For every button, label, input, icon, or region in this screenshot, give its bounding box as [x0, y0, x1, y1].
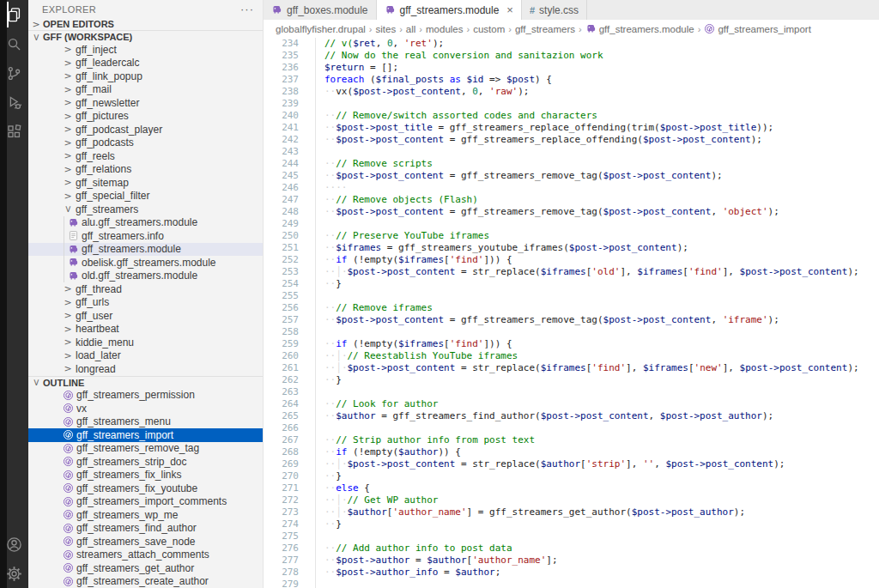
code-line[interactable]: 269··│·$post->post_content = str_replace… — [264, 458, 879, 470]
tree-item-heartbeat[interactable]: >heartbeat — [28, 323, 263, 336]
code-line[interactable]: 275 — [264, 530, 879, 543]
line-number[interactable]: 256 — [264, 302, 299, 314]
code-line[interactable]: 265··$author = gff_streamers_find_author… — [264, 410, 879, 422]
tree-item-gff_user[interactable]: >gff_user — [28, 309, 263, 323]
breadcrumb-item-globalflyfisher.drupal[interactable]: globalflyfisher.drupal — [276, 24, 366, 34]
line-number[interactable]: 237 — [264, 74, 299, 86]
outline-item-gff_streamers_get_author[interactable]: gff_streamers_get_author — [28, 561, 263, 575]
tree-item-gff_newsletter[interactable]: >gff_newsletter — [28, 96, 263, 110]
line-number[interactable]: 252 — [264, 254, 299, 266]
code-line[interactable]: 259··if (!empty($iframes['find'])) { — [264, 338, 879, 350]
code-line[interactable]: 263 — [264, 386, 879, 398]
code-line[interactable]: 272··│·// Get WP author — [264, 494, 879, 506]
code-line[interactable]: 240··// Remove/switch assorted codes and… — [264, 110, 879, 122]
line-number[interactable]: 267 — [264, 434, 299, 446]
more-actions-icon[interactable]: ··· — [240, 3, 254, 15]
tree-item-gff_relations[interactable]: >gff_relations — [28, 163, 263, 177]
outline-item-gff_streamers_create_author[interactable]: gff_streamers_create_author — [28, 575, 263, 588]
line-number[interactable]: 262 — [264, 374, 299, 386]
line-number[interactable]: 249 — [264, 218, 299, 230]
code-line[interactable]: 237foreach ($final_posts as $id => $post… — [264, 74, 879, 86]
line-number[interactable]: 257 — [264, 314, 299, 326]
code-line[interactable]: 277··$post->author = $author['author_nam… — [264, 555, 879, 567]
tree-item-gff_special_filter[interactable]: >gff_special_filter — [28, 190, 263, 203]
line-number[interactable]: 270 — [264, 470, 299, 482]
code-line[interactable]: 245··$post->post_content = gff_streamers… — [264, 170, 879, 182]
line-number[interactable]: 253 — [264, 266, 299, 278]
breadcrumb-item-sites[interactable]: sites — [376, 24, 397, 34]
outline-item-gff_streamers_import[interactable]: gff_streamers_import — [28, 428, 263, 442]
code-line[interactable]: 260··│·// Reestablish YouTube iframes — [264, 350, 879, 362]
line-number[interactable]: 273 — [264, 506, 299, 518]
section-open-editors[interactable]: > OPEN EDITORS — [28, 19, 263, 31]
code-line[interactable]: 251··$iframes = gff_streamers_youtube_if… — [264, 242, 879, 254]
section-workspace[interactable]: > GFF (WORKSPACE) — [28, 30, 263, 43]
code-line[interactable]: 271··else { — [264, 482, 879, 494]
activity-extensions-icon[interactable] — [0, 117, 28, 146]
code-line[interactable]: 258 — [264, 326, 879, 338]
line-number[interactable]: 261 — [264, 362, 299, 374]
code-line[interactable]: 262··} — [264, 374, 879, 386]
line-number[interactable]: 243 — [264, 146, 299, 158]
line-number[interactable]: 259 — [264, 338, 299, 350]
activity-account-icon[interactable] — [0, 530, 28, 559]
code-line[interactable]: 249 — [264, 218, 879, 230]
activity-search-icon[interactable] — [0, 29, 28, 58]
line-number[interactable]: 234 — [264, 38, 299, 50]
code-line[interactable]: 261··│·$post->post_content = str_replace… — [264, 362, 879, 374]
code-line[interactable]: 276··// Add author info to post data — [264, 543, 879, 555]
code-editor[interactable]: 234// v($ret, 0, 'ret');235// Now do the… — [264, 38, 879, 588]
code-line[interactable]: 246···· — [264, 182, 879, 194]
code-line[interactable]: 252··if (!empty($iframes['find'])) { — [264, 254, 879, 266]
line-number[interactable]: 263 — [264, 386, 299, 398]
close-icon[interactable]: × — [506, 4, 513, 15]
line-number[interactable]: 239 — [264, 98, 299, 110]
tree-item-gff_leadercalc[interactable]: >gff_leadercalc — [28, 57, 263, 70]
line-number[interactable]: 254 — [264, 278, 299, 290]
code-line[interactable]: 243 — [264, 146, 879, 158]
code-line[interactable]: 267··// Strip author info from post text — [264, 434, 879, 446]
line-number[interactable]: 269 — [264, 458, 299, 470]
code-line[interactable]: 255 — [264, 290, 879, 302]
tree-item-load_later[interactable]: >load_later — [28, 349, 263, 363]
tree-item-gff_inject[interactable]: >gff_inject — [28, 43, 263, 57]
code-line[interactable]: 279 — [264, 579, 879, 588]
tree-item-gff_sitemap[interactable]: >gff_sitemap — [28, 176, 263, 190]
line-number[interactable]: 279 — [264, 579, 299, 588]
code-line[interactable]: 250··// Preserve YouTube iframes — [264, 230, 879, 242]
line-number[interactable]: 258 — [264, 326, 299, 338]
activity-run-debug-icon[interactable] — [0, 88, 28, 117]
breadcrumb-item-all[interactable]: all — [406, 24, 416, 34]
code-line[interactable]: 257··$post->post_content = gff_streamers… — [264, 314, 879, 326]
tree-item-gff_streamers.info[interactable]: gff_streamers.info — [28, 229, 263, 243]
line-number[interactable]: 251 — [264, 242, 299, 254]
tree-item-old.gff_streamers.module[interactable]: old.gff_streamers.module — [28, 270, 263, 283]
tree-item-gff_mail[interactable]: >gff_mail — [28, 83, 263, 97]
line-number[interactable]: 266 — [264, 422, 299, 434]
code-line[interactable]: 247··// Remove objects (Flash) — [264, 194, 879, 206]
code-line[interactable]: 264··// Look for author — [264, 398, 879, 410]
code-line[interactable]: 234// v($ret, 0, 'ret'); — [264, 38, 879, 50]
section-outline[interactable]: > OUTLINE — [28, 376, 263, 389]
outline-item-gff_streamers_permission[interactable]: gff_streamers_permission — [28, 389, 263, 403]
line-number[interactable]: 241 — [264, 122, 299, 134]
line-number[interactable]: 274 — [264, 518, 299, 530]
breadcrumb-item-modules[interactable]: modules — [426, 24, 463, 34]
line-number[interactable]: 235 — [264, 50, 299, 62]
code-line[interactable]: 268··if (!empty($author)) { — [264, 446, 879, 458]
outline-item-gff_streamers_fix_links[interactable]: gff_streamers_fix_links — [28, 469, 263, 482]
code-line[interactable]: 274··} — [264, 518, 879, 530]
tree-item-gff_podcast_player[interactable]: >gff_podcast_player — [28, 123, 263, 136]
outline-item-gff_streamers_find_author[interactable]: gff_streamers_find_author — [28, 522, 263, 536]
tab-style.css[interactable]: #style.css — [522, 0, 587, 20]
tree-item-gff_streamers.module[interactable]: gff_streamers.module — [28, 243, 263, 257]
line-number[interactable]: 240 — [264, 110, 299, 122]
tree-item-gff_pictures[interactable]: >gff_pictures — [28, 110, 263, 124]
code-line[interactable]: 235// Now do the real conversion and san… — [264, 50, 879, 62]
line-number[interactable]: 268 — [264, 446, 299, 458]
tree-item-gff_reels[interactable]: >gff_reels — [28, 149, 263, 163]
code-line[interactable]: 241··$post->post_title = gff_streamers_r… — [264, 122, 879, 134]
tree-item-gff_streamers[interactable]: >gff_streamers — [28, 203, 263, 216]
breadcrumb-item-gff_streamers_import[interactable]: gff_streamers_import — [704, 23, 810, 34]
code-line[interactable]: 242··$post->post_content = gff_streamers… — [264, 134, 879, 146]
